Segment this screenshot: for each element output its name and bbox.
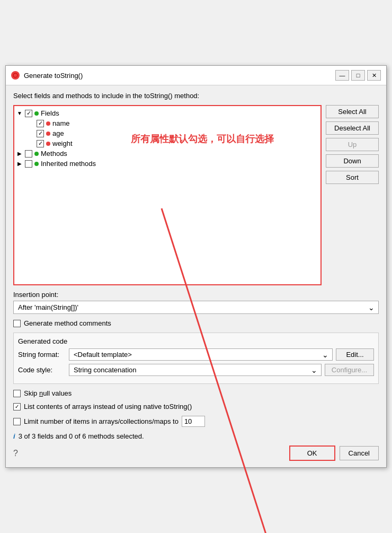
list-contents-row: List contents of arrays instead of using… xyxy=(13,403,379,410)
name-label: name xyxy=(52,119,70,127)
configure-button[interactable]: Configure... xyxy=(325,364,374,376)
generated-code-title: Generated code xyxy=(18,337,374,345)
string-format-label: String format: xyxy=(18,351,66,359)
window-controls: — □ ✕ xyxy=(335,70,381,81)
app-icon xyxy=(11,71,20,80)
insertion-point-select[interactable]: After 'main(String[])' xyxy=(13,301,379,314)
checkbox-methods[interactable] xyxy=(25,150,32,158)
code-style-row: Code style: String concatenation Configu… xyxy=(18,364,374,376)
cancel-button[interactable]: Cancel xyxy=(340,446,379,460)
checkbox-inherited[interactable] xyxy=(25,160,32,168)
deselect-all-button[interactable]: Deselect All xyxy=(326,121,379,135)
age-label: age xyxy=(52,129,64,137)
dialog-body: Select fields and methods to include in … xyxy=(6,85,386,467)
tree-item-name[interactable]: name xyxy=(28,118,318,128)
checkbox-name[interactable] xyxy=(37,120,44,127)
dialog: Generate toString() — □ ✕ Select fields … xyxy=(5,65,387,468)
insertion-point-label: Insertion point: xyxy=(13,291,379,299)
ok-button[interactable]: OK xyxy=(289,445,335,461)
code-style-label: Code style: xyxy=(18,366,66,374)
limit-items-input[interactable] xyxy=(182,416,205,427)
annotation-text: 所有属性默认勾选，可以自行选择 xyxy=(131,133,274,145)
string-format-row: String format: <Default template> Edit..… xyxy=(18,348,374,361)
limit-items-row: Limit number of items in arrays/collecti… xyxy=(13,416,379,427)
fields-label: Fields xyxy=(41,109,59,117)
skip-null-row: Skip null values xyxy=(13,389,379,397)
select-all-button[interactable]: Select All xyxy=(326,105,379,118)
info-icon: i xyxy=(13,432,15,440)
generate-comments-label: Generate method comments xyxy=(24,319,111,327)
description-text: Select fields and methods to include in … xyxy=(13,92,379,100)
expand-fields-icon[interactable]: ▼ xyxy=(16,110,23,117)
help-icon[interactable]: ? xyxy=(13,449,18,458)
dot-methods xyxy=(34,152,39,156)
checkbox-list-contents[interactable] xyxy=(13,403,21,410)
checkbox-limit-items[interactable] xyxy=(13,418,21,425)
maximize-button[interactable]: □ xyxy=(351,70,365,81)
checkbox-fields[interactable] xyxy=(25,110,32,117)
dot-fields xyxy=(34,111,39,116)
skip-null-label: Skip null values xyxy=(24,389,72,397)
limit-items-label: Limit number of items in arrays/collecti… xyxy=(24,417,179,425)
bottom-row: ? OK Cancel xyxy=(13,445,379,461)
list-contents-label: List contents of arrays instead of using… xyxy=(24,403,192,410)
string-format-dropdown-wrapper: <Default template> xyxy=(69,348,333,361)
sidebar-buttons: Select All Deselect All Up Down Sort xyxy=(326,105,379,285)
expand-inherited-icon[interactable]: ▶ xyxy=(16,161,23,167)
checkbox-generate-comments[interactable] xyxy=(13,320,21,327)
sort-button[interactable]: Sort xyxy=(326,171,379,184)
dot-inherited xyxy=(34,162,39,166)
dot-age xyxy=(46,132,50,136)
ok-cancel-row: OK Cancel xyxy=(289,445,379,461)
title-bar: Generate toString() — □ ✕ xyxy=(6,66,386,85)
code-style-dropdown-wrapper: String concatenation xyxy=(69,364,322,376)
insertion-point-section: Insertion point: After 'main(String[])' xyxy=(13,291,379,314)
generated-code-section: Generated code String format: <Default t… xyxy=(13,333,379,384)
dot-weight xyxy=(46,142,50,146)
tree-container: ▼ Fields name xyxy=(13,105,322,285)
checkbox-skip-null[interactable] xyxy=(13,390,21,397)
main-area: ▼ Fields name xyxy=(13,105,379,285)
code-style-select[interactable]: String concatenation xyxy=(69,364,322,376)
minimize-button[interactable]: — xyxy=(335,70,349,81)
close-button[interactable]: ✕ xyxy=(367,70,381,81)
status-text: 3 of 3 fields and 0 of 6 methods selecte… xyxy=(19,432,144,440)
tree-item-fields[interactable]: ▼ Fields xyxy=(16,108,318,118)
inherited-label: Inherited methods xyxy=(41,160,96,168)
string-format-select[interactable]: <Default template> xyxy=(69,348,333,361)
weight-label: weight xyxy=(52,139,73,147)
down-button[interactable]: Down xyxy=(326,154,379,168)
dot-name xyxy=(46,121,50,126)
tree-item-inherited[interactable]: ▶ Inherited methods xyxy=(16,159,318,169)
expand-methods-icon[interactable]: ▶ xyxy=(16,151,23,157)
generate-comments-row: Generate method comments xyxy=(13,319,379,327)
insertion-point-dropdown-wrapper: After 'main(String[])' xyxy=(13,301,379,314)
up-button[interactable]: Up xyxy=(326,138,379,151)
edit-button[interactable]: Edit... xyxy=(336,348,374,361)
checkbox-weight[interactable] xyxy=(37,140,44,147)
methods-label: Methods xyxy=(41,150,67,158)
status-bar: i 3 of 3 fields and 0 of 6 methods selec… xyxy=(13,432,379,440)
dialog-title: Generate toString() xyxy=(24,72,83,80)
checkbox-age[interactable] xyxy=(37,130,44,137)
svg-point-0 xyxy=(13,73,17,77)
tree-item-methods[interactable]: ▶ Methods xyxy=(16,148,318,159)
